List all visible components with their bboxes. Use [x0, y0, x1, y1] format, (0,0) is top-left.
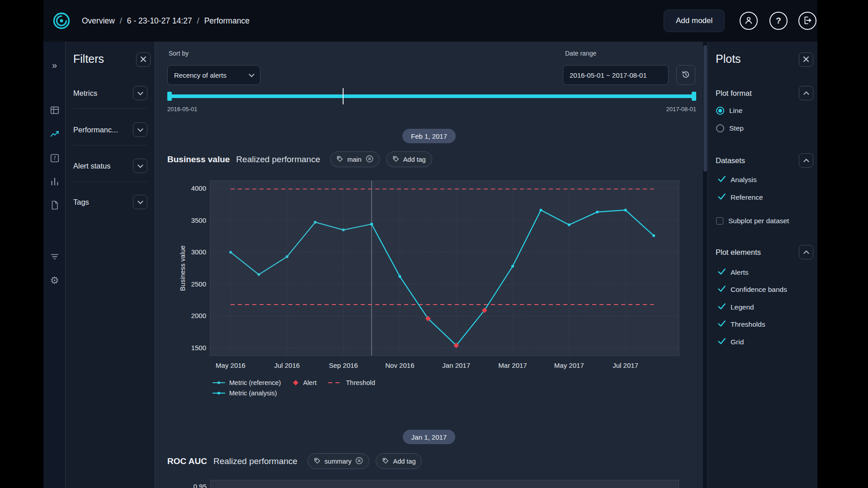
check-icon [718, 320, 726, 328]
checkbox-subplot-per-dataset[interactable]: Subplot per dataset [716, 217, 789, 225]
section-plot-format[interactable]: Plot format [716, 86, 813, 100]
section-datasets[interactable]: Datasets [716, 153, 813, 168]
chevron-down-icon[interactable] [133, 122, 147, 137]
scrollbar-thumb[interactable] [703, 45, 707, 172]
svg-text:Nov 2016: Nov 2016 [385, 361, 414, 369]
checkbox-thresholds[interactable]: Thresholds [718, 320, 765, 328]
date-badge-row: Jan 1, 2017 [155, 430, 703, 444]
check-icon [718, 193, 726, 202]
date-badge-row: Feb 1, 2017 [155, 129, 703, 143]
chevron-up-icon[interactable] [799, 153, 813, 168]
user-account-button[interactable] [740, 12, 758, 30]
add-model-button[interactable]: Add model [664, 9, 725, 32]
slider-end-date: 2017-08-01 [651, 106, 696, 113]
table-view-icon[interactable] [43, 101, 66, 119]
logout-button[interactable] [798, 12, 816, 30]
check-icon [718, 286, 726, 294]
filter-section-alert-status[interactable]: Alert status [73, 159, 147, 173]
plots-close-button[interactable] [799, 52, 813, 67]
chart2-header: ROC AUC Realized performance summary [167, 453, 422, 469]
check-icon [718, 338, 726, 346]
legend-item-alert[interactable]: Alert [292, 379, 316, 386]
svg-text:May 2017: May 2017 [554, 361, 584, 369]
radio-step[interactable]: Step [716, 124, 744, 132]
radio-selected-icon [716, 107, 724, 115]
chart-legend-row-1: Metric (reference) Alert Threshold [212, 379, 375, 386]
check-icon [718, 268, 726, 277]
filters-close-button[interactable] [136, 52, 151, 67]
tag-icon [314, 457, 321, 465]
date-history-button[interactable] [676, 65, 695, 85]
tag-pill[interactable]: main [330, 151, 379, 167]
svg-text:Sep 2016: Sep 2016 [329, 361, 358, 369]
svg-text:f: f [54, 155, 56, 161]
close-icon [140, 56, 146, 64]
date-slider-track[interactable] [167, 94, 696, 98]
date-slider-handle-end[interactable] [692, 92, 696, 101]
app-window: Overview / 6 - 23-10-27 14:27 / Performa… [43, 0, 817, 488]
chart-subtitle: Realized performance [213, 456, 297, 466]
legend-item-reference[interactable]: Metric (reference) [212, 379, 281, 386]
tag-pill[interactable]: summary [307, 453, 370, 469]
settings-gear-icon[interactable]: ⚙ [43, 272, 66, 290]
date-range-value: 2016-05-01 ~ 2017-08-01 [570, 71, 647, 79]
plots-title: Plots [716, 52, 741, 66]
sort-by-select[interactable]: Recency of alerts [167, 65, 260, 85]
checkbox-grid[interactable]: Grid [718, 338, 744, 346]
chevron-up-icon[interactable] [799, 245, 813, 259]
close-icon [803, 56, 809, 64]
date-range-input[interactable]: 2016-05-01 ~ 2017-08-01 [563, 65, 669, 85]
filter-section-metrics[interactable]: Metrics [73, 86, 147, 100]
chart-subtitle: Realized performance [236, 155, 320, 164]
app-logo-icon[interactable] [52, 11, 71, 33]
chevron-down-icon[interactable] [133, 86, 147, 100]
document-icon[interactable] [43, 196, 66, 214]
svg-text:1500: 1500 [191, 344, 206, 352]
remove-tag-icon[interactable] [355, 457, 363, 466]
question-mark-icon: ? [776, 16, 781, 26]
chevron-up-icon[interactable] [799, 86, 813, 100]
breadcrumb-model[interactable]: 6 - 23-10-27 14:27 [127, 16, 192, 26]
history-clock-icon [681, 70, 690, 80]
filters-title: Filters [73, 52, 104, 66]
expand-sidebar-icon[interactable]: » [43, 56, 66, 74]
checkbox-legend[interactable]: Legend [718, 303, 754, 311]
legend-item-analysis[interactable]: Metric (analysis) [212, 389, 277, 397]
checkbox-alerts[interactable]: Alerts [718, 268, 749, 277]
radio-line[interactable]: Line [716, 107, 742, 115]
checkbox-confidence-bands[interactable]: Confidence bands [718, 286, 787, 294]
remove-tag-icon[interactable] [366, 155, 373, 164]
chevron-down-icon[interactable] [133, 159, 147, 173]
add-tag-button[interactable]: Add tag [386, 151, 432, 167]
sort-by-value: Recency of alerts [174, 71, 226, 79]
filter-section-tags[interactable]: Tags [73, 195, 147, 209]
svg-text:3500: 3500 [191, 216, 206, 224]
performance-trend-icon[interactable] [43, 125, 66, 143]
business-value-chart-svg[interactable]: 150020002500300035004000May 2016Jul 2016… [177, 177, 693, 380]
bar-chart-icon[interactable] [43, 173, 66, 191]
function-icon[interactable]: f [43, 149, 66, 167]
help-button[interactable]: ? [769, 12, 788, 30]
add-tag-button[interactable]: Add tag [376, 453, 422, 469]
divider [73, 145, 147, 145]
date-badge: Jan 1, 2017 [403, 430, 455, 444]
date-slider-handle-start[interactable] [167, 92, 172, 101]
legend-item-threshold[interactable]: Threshold [328, 379, 375, 386]
svg-text:Mar 2017: Mar 2017 [498, 361, 527, 369]
empty-checkbox-icon [716, 217, 723, 225]
filter-section-performance[interactable]: Performanc... [73, 122, 147, 137]
section-plot-elements[interactable]: Plot elements [716, 245, 813, 259]
breadcrumb-performance[interactable]: Performance [204, 16, 250, 26]
svg-text:Jul 2016: Jul 2016 [274, 361, 300, 369]
radio-unselected-icon [716, 124, 724, 132]
chevron-down-icon[interactable] [133, 195, 147, 209]
date-slider-cursor[interactable] [343, 88, 344, 104]
roc-auc-chart-partial[interactable] [210, 480, 679, 488]
svg-text:4000: 4000 [191, 184, 206, 192]
checkbox-analysis[interactable]: Analysis [718, 176, 757, 184]
chart1-header: Business value Realized performance main [167, 151, 432, 167]
checkbox-reference[interactable]: Reference [718, 193, 763, 202]
filter-lines-icon[interactable] [43, 248, 66, 266]
breadcrumb-overview[interactable]: Overview [82, 16, 115, 26]
icon-rail: » f [43, 42, 66, 488]
